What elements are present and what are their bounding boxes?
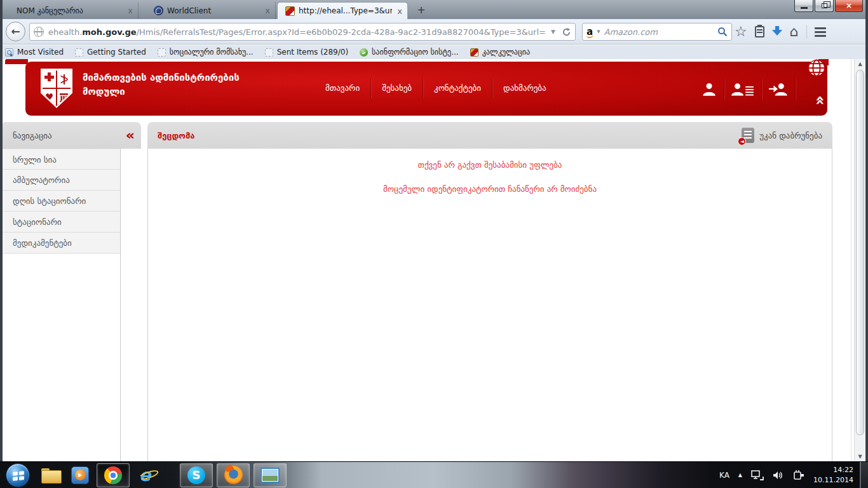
media-player-icon: ▶ xyxy=(71,466,89,484)
bookmark-sent-items[interactable]: Sent Items (289/0) xyxy=(265,48,348,57)
taskbar-firefox-button[interactable] xyxy=(217,463,250,487)
titlebar: NOM კანცელარია x WorldClient x http://eh… xyxy=(0,0,868,19)
header-icon-separator xyxy=(761,79,762,100)
start-button[interactable] xyxy=(6,463,30,487)
header-icon-separator xyxy=(795,79,796,100)
window-border-right xyxy=(865,0,868,461)
tab-title: WorldClient xyxy=(167,6,260,15)
taskbar-image-viewer-button[interactable] xyxy=(254,463,287,487)
nav-item-help[interactable]: დახმარება xyxy=(492,79,557,98)
bookmark-label: Getting Started xyxy=(87,48,146,57)
folder-icon xyxy=(41,468,60,482)
chrome-icon xyxy=(104,466,122,484)
search-bar[interactable]: a ▼ xyxy=(582,23,732,41)
scrollbar-thumb[interactable] xyxy=(856,70,864,435)
bookmark-calculation[interactable]: კალკულაცია xyxy=(470,48,530,57)
taskbar: ▶ e S KA ▲ xyxy=(0,461,868,488)
heart-icon: ♥ xyxy=(45,93,53,102)
ministry-logo[interactable]: ♥ xyxy=(41,69,72,108)
tab-close-icon[interactable]: x xyxy=(397,6,402,16)
language-indicator[interactable]: KA xyxy=(719,471,729,480)
clock[interactable]: 14:22 10.11.2014 xyxy=(813,465,853,485)
bookmarks-menu-icon[interactable] xyxy=(755,26,764,37)
new-tab-button[interactable]: + xyxy=(413,4,430,18)
taskbar-ie-button[interactable]: e xyxy=(132,463,166,488)
system-tray: KA ▲ 14:22 10.11.2014 xyxy=(719,465,857,485)
network-icon[interactable] xyxy=(751,470,764,481)
search-input[interactable] xyxy=(604,27,717,37)
header-icon-separator xyxy=(724,79,724,100)
logout-user-icon[interactable] xyxy=(768,81,789,98)
sidebar-item-full-list[interactable]: სრული სია xyxy=(3,149,120,170)
nav-item-home[interactable]: მთავარი xyxy=(315,79,370,98)
site-header: ♥ მიმართვების ადმინისტრირების მოდული xyxy=(25,62,827,116)
info-system-icon xyxy=(360,48,368,57)
column-icon xyxy=(59,93,69,102)
bookmark-star-icon[interactable]: ☆ xyxy=(735,25,747,39)
menu-hamburger-icon[interactable] xyxy=(815,27,826,37)
sidebar-item-ambulatory[interactable]: ამბულატორია xyxy=(3,170,120,191)
sidebar-header: ნავიგაცია « xyxy=(3,122,141,149)
power-plug-icon[interactable] xyxy=(793,470,804,481)
header-red-bleed-left xyxy=(5,59,28,64)
scrollbar-down-icon[interactable]: ▼ xyxy=(855,452,865,461)
search-engine-dropdown-icon[interactable]: ▼ xyxy=(597,29,600,34)
navigation-toolbar: ← ehealth.moh.gov.ge/Hmis/ReferralsTest/… xyxy=(0,19,868,44)
bookmark-social-service[interactable]: სოციალური მომსახუ... xyxy=(158,48,254,57)
tab-close-icon[interactable]: x xyxy=(128,6,133,15)
bookmark-info-system[interactable]: საინფორმაციო სისტე... xyxy=(360,48,459,57)
error-message-permission: თქვენ არ გაქვთ შესაბამისი უფლება xyxy=(148,160,832,170)
header-collapse-up-icon[interactable]: « xyxy=(813,95,828,104)
downloads-icon[interactable] xyxy=(772,26,782,37)
volume-icon[interactable] xyxy=(773,470,784,480)
scrollbar-up-icon[interactable]: ▲ xyxy=(855,59,865,69)
back-button[interactable]: ← xyxy=(6,22,25,41)
url-bar[interactable]: ehealth.moh.gov.ge/Hmis/ReferralsTest/Pa… xyxy=(29,23,576,41)
sidebar-collapse-button[interactable]: « xyxy=(126,128,133,142)
tray-expand-icon[interactable]: ▲ xyxy=(738,472,742,478)
url-dropdown-icon[interactable]: ▼ xyxy=(551,29,555,35)
most-visited-icon xyxy=(5,48,13,57)
show-desktop-button[interactable] xyxy=(860,462,868,488)
home-icon[interactable]: ⌂ xyxy=(790,25,799,39)
site-identity-globe-icon[interactable] xyxy=(34,27,44,37)
worldclient-favicon-icon xyxy=(154,6,163,15)
tab-close-icon[interactable]: x xyxy=(265,6,270,15)
sidebar-item-medicines[interactable]: მედიკამენტები xyxy=(3,233,120,254)
bookmark-getting-started[interactable]: Getting Started xyxy=(75,48,146,57)
back-link-label: უკან დაბრუნება xyxy=(759,131,822,140)
taskbar-skype-button[interactable]: S xyxy=(180,463,213,487)
content-header: შეცდომა ◄ უკან დაბრუნება xyxy=(147,122,832,149)
internet-explorer-icon: e xyxy=(139,466,158,484)
tab-worldclient[interactable]: WorldClient x xyxy=(146,2,276,19)
sidebar-title: ნავიგაცია xyxy=(13,131,52,140)
taskbar-explorer-button[interactable] xyxy=(36,463,65,488)
user-list-icon[interactable] xyxy=(731,81,755,98)
bookmark-most-visited[interactable]: Most Visited xyxy=(5,48,64,57)
user-profile-icon[interactable] xyxy=(701,81,717,98)
tab-title: NOM კანცელარია xyxy=(17,6,123,15)
amazon-search-engine-icon[interactable]: a xyxy=(587,27,593,37)
back-link[interactable]: ◄ უკან დაბრუნება xyxy=(742,128,822,143)
sidebar: სრული სია ამბულატორია დღის სტაციონარი სტ… xyxy=(3,149,121,461)
sidebar-item-day-hospital[interactable]: დღის სტაციონარი xyxy=(3,191,120,212)
toolbar-icons: ☆ ⌂ xyxy=(735,23,862,41)
reload-icon[interactable] xyxy=(562,27,571,37)
search-magnifier-icon[interactable] xyxy=(717,27,728,37)
taskbar-chrome-button[interactable] xyxy=(97,463,130,487)
screen: NOM კანცელარია x WorldClient x http://eh… xyxy=(0,0,868,488)
logo-shield-grid: ♥ xyxy=(43,71,71,106)
browser-scrollbar[interactable]: ▲ ▼ xyxy=(854,59,865,461)
sidebar-item-stationary[interactable]: სტაციონარი xyxy=(3,212,120,233)
taskbar-media-player-button[interactable]: ▶ xyxy=(65,463,95,488)
minimize-button[interactable] xyxy=(794,0,813,12)
bookmark-placeholder-icon xyxy=(75,48,83,57)
tab-nom-kancelaria[interactable]: NOM კანცელარია x xyxy=(9,2,139,19)
restore-button[interactable] xyxy=(815,0,834,12)
nav-item-about[interactable]: შესახებ xyxy=(371,79,423,98)
close-button[interactable]: × xyxy=(835,0,863,12)
tab-ehealth-active[interactable]: http://eheal...Type=3&url= x xyxy=(277,2,408,19)
nav-item-contacts[interactable]: კონტაქტები xyxy=(423,79,492,98)
language-globe-icon[interactable] xyxy=(807,59,826,78)
page-right-border xyxy=(851,59,851,461)
